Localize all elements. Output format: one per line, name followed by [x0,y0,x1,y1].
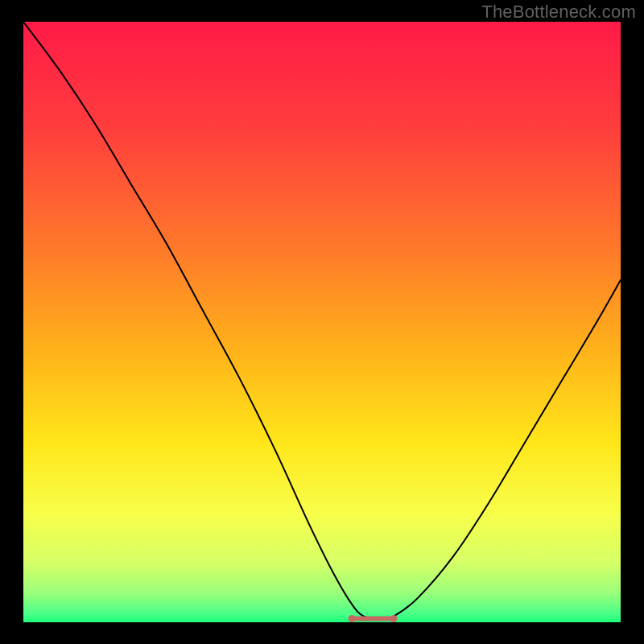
flat-bottom-endpoint-1 [390,615,398,622]
flat-bottom-endpoint-0 [349,615,356,622]
watermark-text: TheBottleneck.com [481,2,636,23]
chart-svg [0,0,644,644]
plot-background [23,22,621,622]
chart-stage: { "watermark": "TheBottleneck.com", "cha… [0,0,644,644]
